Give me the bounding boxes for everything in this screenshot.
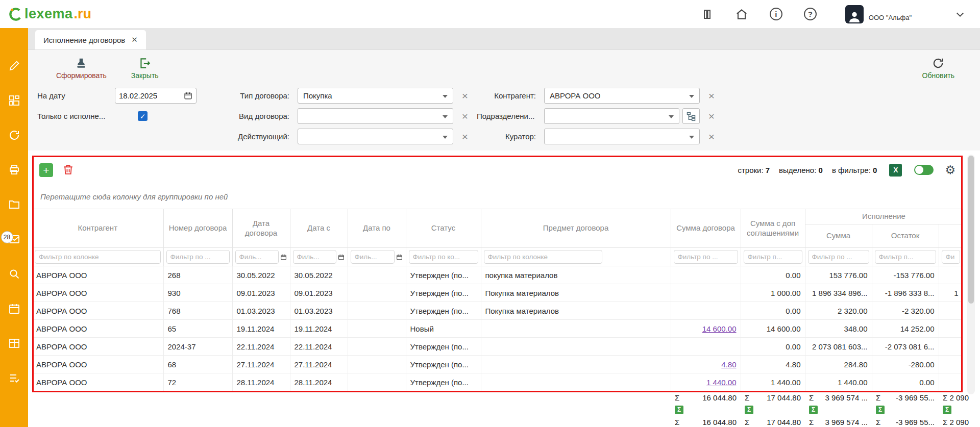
col-header-number[interactable]: Номер договора [163,209,232,248]
table-row[interactable]: АВРОРА ООО7228.11.202428.11.2024Утвержде… [32,373,963,391]
refresh-button[interactable]: Обновить [922,57,954,80]
cell-counterparty: АВРОРА ООО [32,373,163,391]
cell-date_from: 22.11.2024 [290,338,348,356]
curator-select[interactable] [544,129,700,144]
contract-kind-select[interactable] [298,108,453,124]
cell-extra [939,373,963,391]
grid-settings-gear-icon[interactable]: ⚙ [945,164,955,176]
filter-input-exec-amount[interactable] [808,250,869,264]
active-select[interactable] [298,129,453,144]
account-menu[interactable]: ООО "Альфа" [845,5,912,23]
clear-contract-kind-icon[interactable]: × [455,108,475,124]
print-icon[interactable] [8,164,20,176]
col-header-status[interactable]: Статус [406,209,481,248]
tasks-icon[interactable] [8,372,20,384]
top-bar: lexema.ru i ? ООО "Альфа" [0,0,980,28]
group-by-drop-zone[interactable]: Перетащите сюда колонку для группировки … [32,184,963,209]
lexema-logo[interactable]: lexema.ru [8,6,91,22]
filter-input-date-to[interactable] [351,250,395,264]
col-header-date-from[interactable]: Дата с [290,209,348,248]
sum-aggregate-button[interactable]: Σ [943,406,951,414]
clear-active-icon[interactable]: × [455,129,475,144]
table-row[interactable]: АВРОРА ООО2024-3722.11.202422.11.2024Утв… [32,338,963,356]
sum-aggregate-button[interactable]: Σ [809,406,818,414]
filter-input-number[interactable] [166,250,230,264]
search-icon[interactable] [8,268,20,280]
top-icons: i ? ООО "Альфа" [700,5,967,23]
filter-input-contract-date[interactable] [235,250,279,264]
col-header-extra[interactable] [939,224,963,248]
clear-counterparty-icon[interactable]: × [702,88,721,104]
col-header-amount-extra[interactable]: Сумма с доп соглашениями [741,209,805,248]
table-row[interactable]: АВРОРА ООО6827.11.202427.11.2024Утвержде… [32,356,963,373]
calendar-icon[interactable] [8,303,20,315]
calendar-icon[interactable] [338,253,345,261]
col-header-counterparty[interactable]: Контрагент [32,209,163,248]
home-icon[interactable] [735,8,748,21]
table-row[interactable]: АВРОРА ООО6519.11.202419.11.2024Новый14 … [32,320,963,338]
user-avatar[interactable] [845,5,864,23]
sum-aggregate-button[interactable]: Σ [675,406,683,414]
col-header-subject[interactable]: Предмет договора [481,209,671,248]
sum-aggregate-button[interactable]: Σ [745,406,753,414]
counterparty-select[interactable]: АВРОРА ООО [544,88,700,104]
clear-department-icon[interactable]: × [702,108,721,124]
contract-type-select[interactable]: Покупка [298,88,453,104]
scrollbar-thumb[interactable] [968,156,974,304]
chevron-down-icon[interactable] [953,8,967,21]
col-header-exec-amount[interactable]: Сумма [805,224,872,248]
sync-icon[interactable] [8,129,20,141]
help-icon[interactable]: ? [804,8,817,20]
table-row[interactable]: АВРОРА ООО93009.01.202309.01.2023Утвержд… [32,284,963,302]
filter-input-extra[interactable] [942,250,960,264]
generate-button[interactable]: Сформировать [56,57,107,80]
calendar-icon[interactable] [184,91,192,100]
contract-amount-link[interactable]: 4.80 [721,360,736,369]
on-date-input[interactable]: 18.02.2025 [115,88,197,104]
col-header-date-to[interactable]: Дата по [348,209,406,248]
data-table-icon[interactable] [8,337,20,349]
filter-input-subject[interactable] [484,250,602,264]
totals-row-bottom: Σ16 044.80 Σ17 044.80 Σ3 969 574 ... Σ-3… [32,415,963,427]
col-header-exec-rest[interactable]: Остаток [872,224,939,248]
table-row[interactable]: АВРОРА ООО76801.03.202301.03.2023Утвержд… [32,302,963,320]
folder-icon[interactable] [8,198,20,211]
mail-icon[interactable]: 28 [8,233,20,245]
filter-input-counterparty[interactable] [35,250,161,264]
only-with-execution-checkbox[interactable]: ✓ [138,111,148,121]
close-button[interactable]: Закрыть [131,57,159,80]
sum-aggregate-button[interactable]: Σ [876,406,885,414]
col-header-contract-date[interactable]: Дата договора [232,209,290,248]
filter-input-date-from[interactable] [293,250,337,264]
add-row-button[interactable]: + [39,163,53,177]
modules-icon[interactable] [8,94,20,107]
clear-contract-type-icon[interactable]: × [455,88,475,104]
tab-close-icon[interactable]: ✕ [131,35,138,44]
clear-curator-icon[interactable]: × [702,129,721,144]
grid-mode-toggle[interactable] [914,165,934,175]
department-tree-button[interactable] [682,108,700,124]
recent-apps-icon[interactable] [700,8,714,21]
filter-input-status[interactable] [409,250,478,264]
vertical-scrollbar[interactable] [967,155,975,394]
excel-export-button[interactable]: X [889,164,902,177]
cell-number: 2024-37 [163,338,232,356]
info-icon[interactable]: i [770,8,782,20]
cell-counterparty: АВРОРА ООО [32,338,163,356]
table-row[interactable]: АВРОРА ООО26830.05.202230.05.2022Утвержд… [32,266,963,284]
delete-row-button[interactable] [61,163,75,177]
department-select[interactable] [544,108,679,124]
col-header-amount[interactable]: Сумма договора [671,209,741,248]
contract-amount-link[interactable]: 1 440.00 [706,378,736,387]
tab-contract-execution[interactable]: Исполнение договоров ✕ [35,30,146,49]
filter-input-exec-rest[interactable] [875,250,936,264]
filter-input-amount-extra[interactable] [744,250,802,264]
contract-amount-link[interactable]: 14 600.00 [702,324,737,333]
calendar-icon[interactable] [396,253,403,261]
cell-amount_extra: 0.00 [741,302,805,320]
calendar-icon[interactable] [280,253,287,261]
cell-counterparty: АВРОРА ООО [32,302,163,320]
filter-input-amount[interactable] [674,250,738,264]
edit-icon[interactable] [8,60,20,72]
cell-date_from: 19.11.2024 [290,320,348,338]
